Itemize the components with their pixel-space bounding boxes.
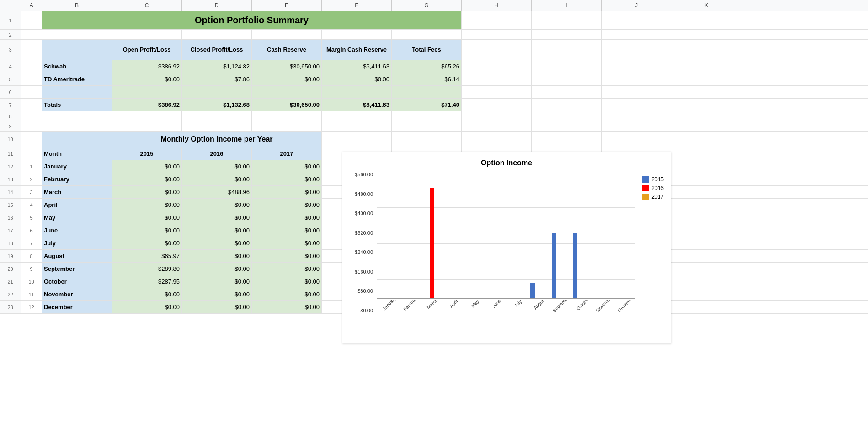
- r1-a: [21, 11, 42, 29]
- r11-y2015: 2015: [112, 147, 182, 160]
- r3-b: [42, 40, 112, 60]
- r11-y2017: 2017: [252, 147, 322, 160]
- r1-j: [602, 11, 671, 29]
- chart-main: JanuaryFebruaryMarchAprilMayJuneJulyAugu…: [377, 172, 635, 327]
- col-header-c: C: [112, 0, 182, 11]
- r3-e: Cash Reserve: [252, 40, 322, 60]
- month-bar-group: [570, 172, 591, 298]
- r4-closed-pl: $1,124.82: [182, 60, 252, 73]
- month-bar-group: [506, 172, 527, 298]
- month-bar-group: [485, 172, 506, 298]
- col-header-k: K: [671, 0, 741, 11]
- y-axis-label: $480.00: [355, 191, 373, 197]
- r7-closed-pl: $1,132.68: [182, 99, 252, 111]
- row-1: 1 Option Portfolio Summary: [0, 11, 868, 30]
- r7-open-pl: $386.92: [112, 99, 182, 111]
- col-header-f: F: [322, 0, 392, 11]
- r5-fees: $6.14: [392, 73, 462, 85]
- row-6: 6: [0, 86, 868, 99]
- r1-k: [671, 11, 741, 29]
- col-header-e: E: [252, 0, 322, 11]
- row-8: 8: [0, 111, 868, 121]
- legend-item: 2017: [642, 194, 664, 200]
- legend-label: 2016: [651, 185, 664, 191]
- bar-group-container: [377, 172, 635, 298]
- col-header-h: H: [462, 0, 532, 11]
- row-3: 3 Open Profit/Loss Closed Profit/Loss Ca…: [0, 40, 868, 60]
- col-header-g: G: [392, 0, 462, 11]
- col-header-i: I: [532, 0, 602, 11]
- r5-cash: $0.00: [252, 73, 322, 85]
- y-axis-label: $160.00: [355, 269, 373, 274]
- legend-label: 2015: [651, 176, 664, 183]
- chart-legend: 201520162017: [642, 172, 664, 327]
- row-7: 7 Totals $386.92 $1,132.68 $30,650.00 $6…: [0, 99, 868, 111]
- legend-color-box: [642, 185, 649, 191]
- chart-bars-area: [377, 172, 635, 299]
- r7-margin: $6,411.63: [322, 99, 392, 111]
- r3-g: Total Fees: [392, 40, 462, 60]
- chart-title: Option Income: [349, 159, 664, 167]
- bar-2015-september: [552, 233, 556, 298]
- r5-closed-pl: $7.86: [182, 73, 252, 85]
- legend-item: 2016: [642, 185, 664, 191]
- r7-fees: $71.40: [392, 99, 462, 111]
- legend-color-box: [642, 176, 649, 183]
- y-axis-label: $560.00: [355, 172, 373, 177]
- row-2: 2: [0, 30, 868, 40]
- month-bar-group: [443, 172, 464, 298]
- monthly-title: Monthly Option Income per Year: [112, 132, 322, 147]
- month-bar-group: [612, 172, 633, 298]
- legend-color-box: [642, 194, 649, 200]
- r3-d: Closed Profit/Loss: [182, 40, 252, 60]
- chart-x-labels: JanuaryFebruaryMarchAprilMayJuneJulyAugu…: [377, 300, 635, 327]
- r4-label: Schwab: [42, 60, 112, 73]
- y-axis-label: $400.00: [355, 211, 373, 216]
- bar-2015-october: [573, 233, 577, 298]
- row-9: 9: [0, 121, 868, 132]
- y-axis-label: $0.00: [360, 308, 373, 313]
- row-5: 5 TD Ameritrade $0.00 $7.86 $0.00 $0.00 …: [0, 73, 868, 86]
- bar-2016-march: [430, 188, 434, 298]
- spreadsheet-title: Option Portfolio Summary: [44, 15, 459, 26]
- r1-h: [462, 11, 532, 29]
- month-bar-group: [400, 172, 421, 298]
- r4-fees: $65.26: [392, 60, 462, 73]
- col-header-a: A: [21, 0, 42, 11]
- chart-y-axis: $560.00$480.00$400.00$320.00$240.00$160.…: [349, 172, 377, 327]
- y-axis-label: $80.00: [357, 288, 373, 294]
- r7-label: Totals: [42, 99, 112, 111]
- r3-f: Margin Cash Reserve: [322, 40, 392, 60]
- r11-month: Month: [42, 147, 112, 160]
- title-cell: Option Portfolio Summary: [42, 11, 462, 29]
- column-headers: A B C D E F G H I J K: [0, 0, 868, 11]
- chart-area: $560.00$480.00$400.00$320.00$240.00$160.…: [349, 172, 664, 327]
- row-4: 4 Schwab $386.92 $1,124.82 $30,650.00 $6…: [0, 60, 868, 73]
- bar-2015-august: [530, 283, 535, 298]
- r5-open-pl: $0.00: [112, 73, 182, 85]
- month-bar-group: [527, 172, 548, 298]
- y-axis-label: $240.00: [355, 249, 373, 255]
- legend-item: 2015: [642, 176, 664, 183]
- month-bar-group: [464, 172, 485, 298]
- r5-label: TD Ameritrade: [42, 73, 112, 85]
- legend-label: 2017: [651, 194, 664, 200]
- r7-cash: $30,650.00: [252, 99, 322, 111]
- r1-i: [532, 11, 602, 29]
- r11-y2016: 2016: [182, 147, 252, 160]
- chart-overlay: Option Income $560.00$480.00$400.00$320.…: [342, 152, 671, 343]
- y-axis-label: $320.00: [355, 230, 373, 236]
- col-header-b: B: [42, 0, 112, 11]
- col-header-j: J: [602, 0, 671, 11]
- month-bar-group: [591, 172, 612, 298]
- col-header-d: D: [182, 0, 252, 11]
- month-bar-group: [548, 172, 570, 298]
- r4-cash: $30,650.00: [252, 60, 322, 73]
- r4-margin: $6,411.63: [322, 60, 392, 73]
- r3-c: Open Profit/Loss: [112, 40, 182, 60]
- r5-margin: $0.00: [322, 73, 392, 85]
- r4-open-pl: $386.92: [112, 60, 182, 73]
- row-10: 10 Monthly Option Income per Year: [0, 132, 868, 147]
- month-bar-group: [379, 172, 400, 298]
- month-bar-group: [421, 172, 442, 298]
